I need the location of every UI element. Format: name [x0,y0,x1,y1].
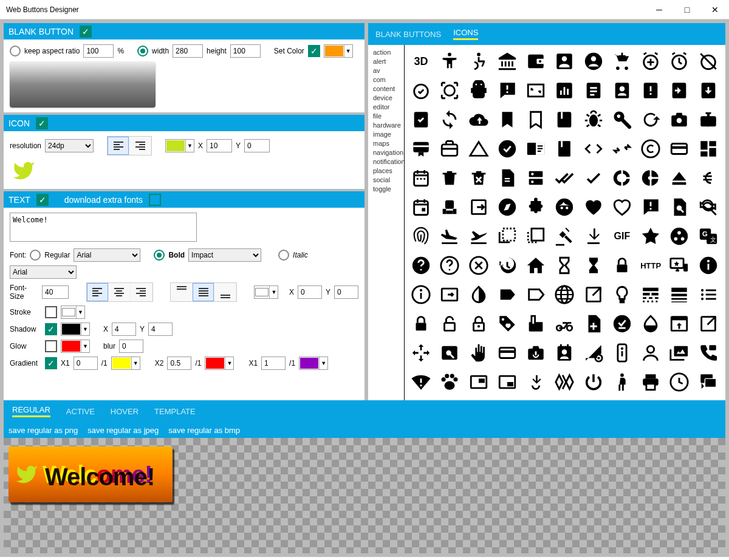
motorcycle-icon[interactable] [553,312,576,335]
aspect-ratio-icon[interactable] [524,79,547,102]
stroke-checkbox[interactable] [45,306,57,318]
eject-icon[interactable] [668,166,691,190]
alarm-icon[interactable] [668,50,691,73]
print-icon[interactable] [639,370,662,394]
width-input[interactable] [173,44,203,58]
polymer-icon[interactable] [553,370,576,394]
favorite-icon[interactable] [582,196,605,219]
tab-active[interactable]: ACTIVE [66,407,95,416]
class-icon[interactable] [553,137,576,160]
second-font-select[interactable]: Arial [10,265,77,279]
account-balance-wallet-icon[interactable] [524,50,547,73]
regular-radio[interactable] [30,250,41,261]
grad-x2-input[interactable] [167,357,191,370]
grad-c1-picker[interactable]: ▼ [111,357,140,370]
icon-x-input[interactable] [207,139,232,152]
cat-item[interactable]: image [373,131,403,138]
gavel-icon[interactable] [553,225,576,248]
highlight-off-icon[interactable] [467,254,490,277]
perm-contact-calendar-icon[interactable] [553,341,576,364]
explore-icon[interactable] [496,196,519,219]
account-box-icon[interactable] [553,50,576,73]
cat-item[interactable]: social [373,176,403,183]
compare-arrows-icon[interactable] [611,137,634,160]
flip-to-front-icon[interactable] [524,225,547,248]
cat-item[interactable]: maps [373,140,403,147]
language-icon[interactable] [553,283,576,306]
grade-icon[interactable] [639,225,662,248]
info-icon[interactable] [697,254,720,277]
tab-blank-buttons[interactable]: BLANK BUTTONS [375,30,441,39]
event-seat-icon[interactable] [438,196,461,219]
width-height-radio[interactable] [137,46,148,56]
bold-radio[interactable] [154,250,165,261]
chrome-reader-icon[interactable] [524,137,547,160]
cat-item[interactable]: hardware [373,121,403,129]
pan-tool-icon[interactable] [467,341,490,364]
gif-icon[interactable]: GIF [611,225,634,248]
find-in-page-icon[interactable] [668,196,691,219]
https-icon[interactable] [611,254,634,277]
grad-c3-picker[interactable]: ▼ [299,357,328,370]
camera-icon[interactable] [668,108,691,131]
launch-icon[interactable] [582,283,605,306]
g-translate-icon[interactable]: G文 [697,225,720,248]
perm-identity-icon[interactable] [639,341,662,364]
power-settings-icon[interactable] [582,370,605,394]
glow-checkbox[interactable] [45,340,57,352]
blank-enable-checkbox[interactable]: ✓ [80,26,92,38]
donut-large-icon[interactable] [611,166,634,190]
perm-device-info-icon[interactable] [611,341,634,364]
icon-y-input[interactable] [244,139,270,152]
regular-font-select[interactable]: Arial [74,248,140,262]
android-icon[interactable] [467,79,490,102]
card-travel-icon[interactable] [438,137,461,160]
group-work-icon[interactable] [668,225,691,248]
extra-fonts-checkbox[interactable] [149,194,161,206]
find-replace-icon[interactable] [697,196,720,219]
alarm-add-icon[interactable] [639,50,662,73]
backup-icon[interactable] [467,108,490,131]
flight-takeoff-icon[interactable] [467,225,490,248]
open-with-icon[interactable] [409,341,433,364]
h-align-right[interactable] [131,283,152,301]
text-input[interactable]: Welcome! [10,213,197,242]
info-outline-icon[interactable] [409,283,433,306]
list-icon[interactable] [697,283,720,306]
invert-colors-icon[interactable] [467,283,490,306]
grad-x3-input[interactable] [261,357,286,370]
text-color-picker[interactable]: ▼ [254,285,278,299]
card-membership-icon[interactable] [409,137,433,160]
shadow-checkbox[interactable]: ✓ [45,323,57,335]
bookmark-border-icon[interactable] [524,108,547,131]
delete-forever-icon[interactable] [467,166,490,190]
help-outline-icon[interactable] [438,254,461,277]
lock-outline-icon[interactable] [467,312,490,335]
card-giftcard-icon[interactable] [697,108,720,131]
cat-item[interactable]: editor [373,103,403,111]
tab-hover[interactable]: HOVER [111,407,139,416]
account-balance-icon[interactable] [496,50,519,73]
date-range-icon[interactable] [409,166,433,190]
lightbulb-icon[interactable] [611,283,634,306]
h-align-left[interactable] [87,283,109,301]
hourglass-full-icon[interactable] [582,254,605,277]
loyalty-icon[interactable] [496,312,519,335]
perm-data-setting-icon[interactable] [582,341,605,364]
all-out-icon[interactable] [438,79,461,102]
icon-color-picker[interactable]: ▼ [165,139,194,152]
shadow-x-input[interactable] [112,323,136,336]
code-icon[interactable] [582,137,605,160]
tab-template[interactable]: TEMPLATE [154,407,196,416]
minimize-button[interactable]: ─ [645,0,673,19]
done-all-icon[interactable] [553,166,576,190]
question-answer-icon[interactable] [697,370,720,394]
dashboard-icon[interactable] [697,137,720,160]
favorite-border-icon[interactable] [611,196,634,219]
italic-radio[interactable] [278,250,289,261]
event-icon[interactable] [409,196,433,219]
book-icon[interactable] [553,108,576,131]
set-color-checkbox[interactable]: ✓ [308,45,320,57]
tab-icons[interactable]: ICONS [453,28,478,40]
resolution-select[interactable]: 24dp [45,139,94,152]
